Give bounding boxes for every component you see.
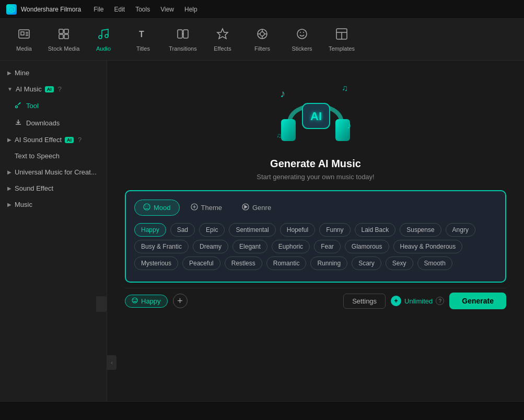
tag-suspense[interactable]: Suspense [400,223,441,237]
tag-happy[interactable]: Happy [134,223,166,237]
sidebar-section-music[interactable]: ▶ Music [0,196,107,213]
toolbar-transitions[interactable]: Transitions [164,21,202,59]
mood-tags-row2: Busy & Frantic Dreamy Elegant Euphoric F… [134,240,497,253]
tag-hopeful[interactable]: Hopeful [280,223,315,237]
svg-point-28 [16,106,18,108]
mood-tabs: Mood Theme [134,200,497,216]
tag-scary[interactable]: Scary [352,256,381,270]
templates-icon [335,28,348,43]
mood-tab-icon [143,203,150,212]
ai-music-help[interactable]: ? [58,85,62,93]
tag-running[interactable]: Running [310,256,347,270]
tab-theme[interactable]: Theme [182,200,231,216]
selected-tag-icon [132,297,138,305]
svg-rect-14 [183,30,188,38]
tag-laid-back[interactable]: Laid Back [355,223,396,237]
app-logo: W [6,4,17,15]
tag-fear[interactable]: Fear [314,240,341,253]
tag-mysterious[interactable]: Mysterious [134,256,178,270]
tag-romantic[interactable]: Romantic [266,256,307,270]
tag-heavy-ponderous[interactable]: Heavy & Ponderous [393,240,463,253]
sidebar-section-sound-effect[interactable]: ▶ Sound Effect [0,180,107,196]
tag-angry[interactable]: Angry [446,223,475,237]
sidebar-toggle[interactable] [96,296,107,312]
stock-media-icon [57,28,70,43]
toolbar-stickers[interactable]: Stickers [283,21,321,59]
svg-rect-6 [59,29,63,33]
sidebar-section-universal[interactable]: ▶ Universal Music for Creat... [0,164,107,180]
toolbar-titles[interactable]: T Titles [124,21,162,59]
toolbar-media[interactable]: Media [5,21,43,59]
transitions-icon [177,28,189,43]
titles-label: Titles [136,45,150,52]
tag-epic[interactable]: Epic [199,223,225,237]
ai-sound-help[interactable]: ? [78,136,81,144]
status-bar [0,401,524,420]
ai-music-label: AI Music [16,85,42,93]
sidebar-section-ai-sound[interactable]: ▶ AI Sound Effect AI ? [0,132,107,148]
sidebar-item-downloads[interactable]: Downloads [0,114,107,132]
tag-euphoric[interactable]: Euphoric [272,240,310,253]
tag-peaceful[interactable]: Peaceful [182,256,220,270]
svg-point-11 [105,34,108,38]
toolbar-templates[interactable]: Templates [323,21,360,59]
svg-rect-7 [64,29,68,33]
tab-genre[interactable]: Genre [233,200,280,216]
selected-mood-tag[interactable]: Happy [125,295,168,308]
svg-marker-15 [217,29,228,39]
tag-dreamy[interactable]: Dreamy [193,240,228,253]
svg-text:AI: AI [310,110,322,123]
menu-view[interactable]: View [160,6,174,13]
main-area: ▶ Mine ▼ AI Music AI ? Tool [0,61,524,401]
tag-sexy[interactable]: Sexy [386,256,413,270]
tag-elegant[interactable]: Elegant [232,240,267,253]
menu-bar: File Edit Tools View Help [94,6,197,13]
mood-tab-label: Mood [154,204,171,212]
toolbar-stock-media[interactable]: Stock Media [45,21,83,59]
ai-music-svg: AI ♪ ♫ ♪ ♫ [274,76,357,149]
stickers-label: Stickers [292,45,312,52]
sidebar-collapse-toggle[interactable]: ‹ [107,355,117,370]
toolbar-effects[interactable]: Effects [204,21,241,59]
sidebar-section-mine[interactable]: ▶ Mine [0,65,107,81]
tag-busy-frantic[interactable]: Busy & Frantic [134,240,189,253]
svg-rect-9 [64,34,68,39]
tab-mood[interactable]: Mood [134,200,180,216]
sidebar-section-ai-music[interactable]: ▼ AI Music AI ? [0,81,107,97]
sidebar-section-tts[interactable]: Text to Speech [0,148,107,164]
ai-music-chevron: ▼ [7,86,13,92]
sidebar-item-tool[interactable]: Tool [0,97,107,114]
audio-label: Audio [96,45,111,52]
downloads-icon [15,119,22,127]
unlimited-button[interactable]: + Unlimited ? [391,296,444,306]
genre-tab-label: Genre [252,204,271,212]
add-tag-button[interactable]: + [173,294,188,308]
tag-funny[interactable]: Funny [319,223,350,237]
sound-effect-chevron: ▶ [7,185,11,191]
content-area: AI ♪ ♫ ♪ ♫ Generate AI Music Start gener… [107,61,524,401]
svg-text:T: T [139,30,144,39]
tag-glamorous[interactable]: Glamorous [345,240,389,253]
generate-button[interactable]: Generate [449,293,506,309]
tag-sentimental[interactable]: Sentimental [229,223,275,237]
mood-tags-row3: Mysterious Peaceful Restless Romantic Ru… [134,256,497,270]
menu-tools[interactable]: Tools [135,6,150,13]
sound-effect-label: Sound Effect [15,184,53,192]
toolbar-audio[interactable]: Audio [85,21,122,59]
ai-music-badge: AI [45,86,54,92]
unlimited-help[interactable]: ? [436,297,444,305]
menu-help[interactable]: Help [184,6,197,13]
tag-sad[interactable]: Sad [170,223,195,237]
tag-smooth[interactable]: Smooth [417,256,452,270]
toolbar-filters[interactable]: Filters [243,21,281,59]
settings-button[interactable]: Settings [343,294,386,309]
tag-restless[interactable]: Restless [225,256,262,270]
svg-point-37 [144,204,150,210]
menu-edit[interactable]: Edit [114,6,125,13]
tool-icon [15,101,22,110]
ai-sound-chevron: ▶ [7,137,11,143]
selected-tag-label: Happy [141,297,161,305]
menu-file[interactable]: File [94,6,103,13]
effects-icon [216,28,229,43]
svg-text:♫: ♫ [276,132,282,139]
